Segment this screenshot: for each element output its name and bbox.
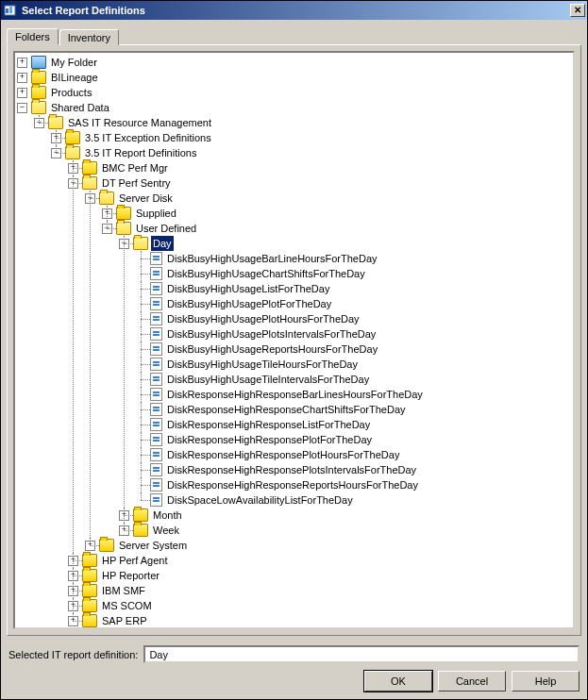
folder-day[interactable]: −Day xyxy=(119,236,571,251)
toggle-blank xyxy=(136,480,146,491)
tree-item-label: DiskResponseHighResponseChartShiftsForTh… xyxy=(165,402,408,417)
report-item[interactable]: DiskResponseHighResponsePlotForTheDay xyxy=(136,432,571,447)
tab-inventory[interactable]: Inventory xyxy=(59,29,119,45)
tree-item-label: 3.5 IT Exception Definitions xyxy=(83,130,213,145)
ok-label: OK xyxy=(391,675,406,687)
tree-item-label: Week xyxy=(151,523,181,538)
expand-toggle[interactable]: + xyxy=(17,88,27,98)
folder-server-system[interactable]: +Server System xyxy=(85,538,571,553)
expand-toggle[interactable]: + xyxy=(17,58,27,68)
report-item[interactable]: DiskBusyHighUsageListForTheDay xyxy=(136,281,571,296)
collapse-toggle[interactable]: − xyxy=(34,118,44,128)
folder-products[interactable]: +Products xyxy=(17,85,571,100)
report-icon xyxy=(150,433,162,446)
selected-value-input[interactable] xyxy=(143,645,580,663)
tree-item-label: Server Disk xyxy=(117,191,175,206)
folder-report-defs[interactable]: −3.5 IT Report Definitions xyxy=(51,145,571,160)
folder-supplied[interactable]: +Supplied xyxy=(102,206,571,221)
folder-hp-perf-agent[interactable]: +HP Perf Agent xyxy=(68,553,571,568)
tree-item-label: DiskBusyHighUsagePlotHoursForTheDay xyxy=(165,311,361,326)
folder-ibm-smf[interactable]: +IBM SMF xyxy=(68,583,571,598)
folder-hp-reporter[interactable]: +HP Reporter xyxy=(68,568,571,583)
report-item[interactable]: DiskBusyHighUsageChartShiftsForTheDay xyxy=(136,266,571,281)
expand-toggle[interactable]: + xyxy=(17,73,27,83)
folder-ms-scom[interactable]: +MS SCOM xyxy=(68,598,571,613)
close-button[interactable]: ✕ xyxy=(570,4,585,17)
report-item[interactable]: DiskResponseHighResponseListForTheDay xyxy=(136,417,571,432)
ok-button[interactable]: OK xyxy=(364,671,432,692)
folder-sap-erp[interactable]: +SAP ERP xyxy=(68,613,571,628)
report-icon xyxy=(150,448,162,461)
expand-toggle[interactable]: + xyxy=(68,616,78,626)
report-item[interactable]: DiskSpaceLowAvailabilityListForTheDay xyxy=(136,492,571,508)
folder-closed-icon xyxy=(133,524,148,537)
tree-item-label: SAP ERP xyxy=(100,613,149,628)
tree-item-label: HP Perf Agent xyxy=(100,553,170,568)
tree-view[interactable]: +My Folder+BILineage+Products−Shared Dat… xyxy=(13,51,575,629)
footer: Selected IT report definition: OK Cancel… xyxy=(1,642,587,699)
report-icon xyxy=(150,418,162,431)
folder-exception-defs[interactable]: +3.5 IT Exception Definitions xyxy=(51,130,571,145)
report-item[interactable]: DiskResponseHighResponsePlotsIntervalsFo… xyxy=(136,462,571,477)
help-button[interactable]: Help xyxy=(512,671,580,692)
collapse-toggle[interactable]: − xyxy=(51,148,61,158)
collapse-toggle[interactable]: − xyxy=(68,178,78,189)
tree-item-label: DT Perf Sentry xyxy=(100,175,173,191)
expand-toggle[interactable]: + xyxy=(68,601,78,611)
expand-toggle[interactable]: + xyxy=(85,541,95,551)
toggle-blank xyxy=(136,329,146,340)
folder-dt-perf-sentry[interactable]: −DT Perf Sentry xyxy=(68,175,571,191)
folder-user-defined[interactable]: −User Defined xyxy=(102,221,571,236)
tree-item-label: DiskResponseHighResponsePlotForTheDay xyxy=(165,432,374,447)
report-item[interactable]: DiskResponseHighResponsePlotHoursForTheD… xyxy=(136,447,571,462)
expand-toggle[interactable]: + xyxy=(68,163,78,174)
selected-label: Selected IT report definition: xyxy=(8,649,138,660)
tab-folders[interactable]: Folders xyxy=(7,28,59,45)
report-icon xyxy=(150,478,162,492)
cancel-button[interactable]: Cancel xyxy=(438,671,506,692)
folder-shared-data[interactable]: −Shared Data xyxy=(17,100,571,115)
report-icon xyxy=(150,403,162,416)
tabstrip: Folders Inventory xyxy=(7,25,581,44)
report-item[interactable]: DiskBusyHighUsagePlotsIntervalsForTheDay xyxy=(136,326,571,342)
folder-week[interactable]: +Week xyxy=(119,523,571,538)
tree-item-label: DiskSpaceLowAvailabilityListForTheDay xyxy=(165,492,355,508)
expand-toggle[interactable]: + xyxy=(119,510,129,521)
tree-item-label: DiskBusyHighUsageTileHoursForTheDay xyxy=(165,357,360,372)
folder-bilineage[interactable]: +BILineage xyxy=(17,70,571,85)
report-item[interactable]: DiskBusyHighUsagePlotHoursForTheDay xyxy=(136,311,571,326)
collapse-toggle[interactable]: − xyxy=(102,224,112,234)
folder-open-icon xyxy=(99,192,114,205)
tree-item-label: Server System xyxy=(117,538,189,553)
report-item[interactable]: DiskResponseHighResponseBarLinesHoursFor… xyxy=(136,387,571,402)
folder-closed-icon xyxy=(82,554,97,567)
report-item[interactable]: DiskBusyHighUsageTileIntervalsForTheDay xyxy=(136,372,571,387)
tree-item-label: Day xyxy=(151,236,174,251)
expand-toggle[interactable]: + xyxy=(68,556,78,566)
report-item[interactable]: DiskBusyHighUsageReportsHoursForTheDay xyxy=(136,342,571,357)
collapse-toggle[interactable]: − xyxy=(119,239,129,249)
report-item[interactable]: DiskResponseHighResponseReportsHoursForT… xyxy=(136,477,571,492)
folder-month[interactable]: +Month xyxy=(119,508,571,523)
folder-server-disk[interactable]: −Server Disk xyxy=(85,191,571,206)
expand-toggle[interactable]: + xyxy=(102,208,112,219)
collapse-toggle[interactable]: − xyxy=(85,193,95,204)
expand-toggle[interactable]: + xyxy=(119,525,129,536)
folder-sas-itrm[interactable]: −SAS IT Resource Management xyxy=(34,115,571,130)
report-item[interactable]: DiskBusyHighUsageBarLineHoursForTheDay xyxy=(136,251,571,266)
report-item[interactable]: DiskResponseHighResponseChartShiftsForTh… xyxy=(136,402,571,417)
toggle-blank xyxy=(136,375,146,385)
folder-my-folder[interactable]: +My Folder xyxy=(17,55,571,70)
collapse-toggle[interactable]: − xyxy=(17,103,27,113)
report-item[interactable]: DiskBusyHighUsagePlotForTheDay xyxy=(136,296,571,311)
report-item[interactable]: DiskBusyHighUsageTileHoursForTheDay xyxy=(136,357,571,372)
tree-item-label: SAS IT Resource Management xyxy=(66,115,213,130)
folder-bmc[interactable]: +BMC Perf Mgr xyxy=(68,160,571,175)
toggle-blank xyxy=(136,269,146,279)
expand-toggle[interactable]: + xyxy=(51,133,61,143)
expand-toggle[interactable]: + xyxy=(68,586,78,596)
expand-toggle[interactable]: + xyxy=(68,571,78,581)
tree-item-label: DiskResponseHighResponseListForTheDay xyxy=(165,417,372,432)
user-folder-icon xyxy=(31,56,46,69)
titlebar: Select Report Definitions ✕ xyxy=(1,1,587,20)
